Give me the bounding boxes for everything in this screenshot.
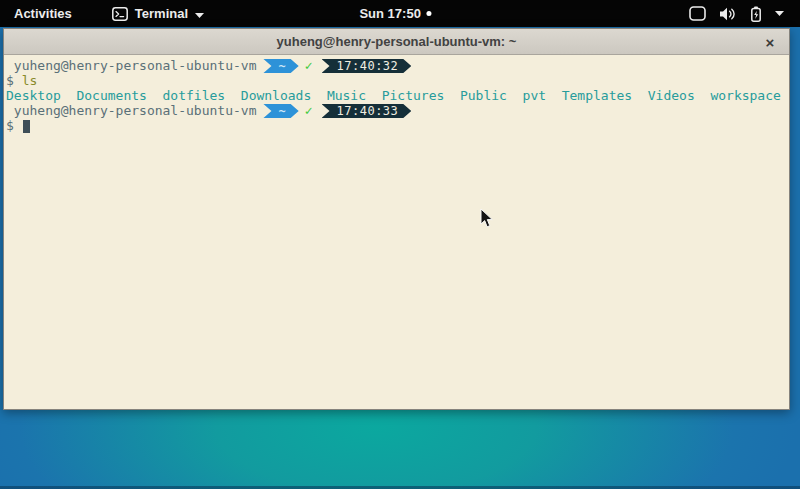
system-status-area[interactable] <box>689 0 800 27</box>
prompt-line: yuheng@henry-personal-ubuntu-vm~✓17:40:3… <box>6 58 789 73</box>
terminal-cursor <box>23 120 30 133</box>
command-line-current[interactable]: $ <box>6 118 789 133</box>
terminal-content[interactable]: yuheng@henry-personal-ubuntu-vm~✓17:40:3… <box>4 55 789 409</box>
typed-command: ls <box>22 73 38 88</box>
activities-button[interactable]: Activities <box>0 0 86 27</box>
prompt-user-host: yuheng@henry-personal-ubuntu-vm <box>6 103 256 118</box>
notification-dot <box>427 11 432 16</box>
battery-charging-icon <box>750 6 762 22</box>
volume-icon <box>719 7 737 21</box>
powerline-time-segment: 17:40:32 <box>322 59 412 73</box>
powerline-time-segment: 17:40:33 <box>322 104 412 118</box>
display-icon <box>689 6 706 21</box>
clock-button[interactable]: Sun 17:50 <box>359 0 431 27</box>
window-titlebar[interactable]: yuheng@henry-personal-ubuntu-vm: ~ × <box>4 29 789 55</box>
window-title: yuheng@henry-personal-ubuntu-vm: ~ <box>277 34 517 49</box>
terminal-icon <box>112 7 128 21</box>
prompt-line: yuheng@henry-personal-ubuntu-vm~✓17:40:3… <box>6 103 789 118</box>
prompt-user-host: yuheng@henry-personal-ubuntu-vm <box>6 58 256 73</box>
clock-label: Sun 17:50 <box>359 6 420 21</box>
powerline-path-segment: ~ <box>263 59 298 73</box>
ls-output: Desktop Documents dotfiles Downloads Mus… <box>6 88 789 103</box>
chevron-down-icon <box>195 6 204 21</box>
gnome-top-bar: Activities Terminal Sun 17:50 <box>0 0 800 27</box>
app-menu-label: Terminal <box>135 6 188 21</box>
command-line: $ ls <box>6 73 789 88</box>
check-icon: ✓ <box>305 58 313 73</box>
terminal-window: yuheng@henry-personal-ubuntu-vm: ~ × yuh… <box>3 28 790 410</box>
chevron-down-icon <box>775 11 784 16</box>
desktop: Activities Terminal Sun 17:50 <box>0 0 800 489</box>
check-icon: ✓ <box>305 103 313 118</box>
app-menu[interactable]: Terminal <box>112 0 204 27</box>
prompt-symbol: $ <box>6 73 14 88</box>
powerline-path-segment: ~ <box>263 104 298 118</box>
close-button[interactable]: × <box>759 29 781 55</box>
prompt-symbol: $ <box>6 118 14 133</box>
